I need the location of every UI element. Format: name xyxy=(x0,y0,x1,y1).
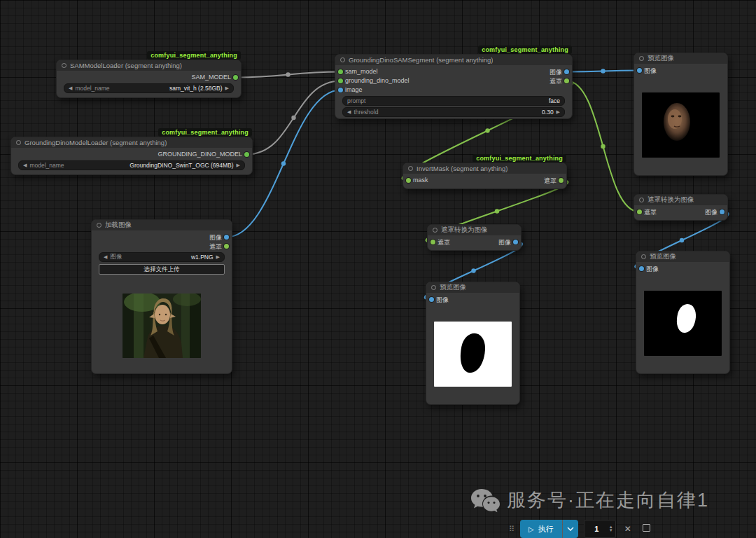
combo-left-arrow-icon[interactable]: ◀ xyxy=(104,253,107,261)
watermark: 服务号·正在走向自律1 xyxy=(470,488,709,513)
slot-row: image xyxy=(335,85,572,95)
image-preview-area xyxy=(426,304,519,404)
watermark-text: 服务号·正在走向自律1 xyxy=(507,488,709,513)
output-port-mask[interactable] xyxy=(559,178,564,183)
node-preview-image-bottom-right[interactable]: 预览图像 图像 xyxy=(636,251,730,374)
node-title: 预览图像 xyxy=(648,54,674,63)
collapse-dot-icon[interactable] xyxy=(97,223,102,228)
widget-label: model_name xyxy=(75,85,109,92)
output-port-sam-model[interactable] xyxy=(233,75,238,80)
combo-right-arrow-icon[interactable]: ▶ xyxy=(216,253,220,261)
node-grounding-dino-loader[interactable]: comfyui_segment_anything GroundingDinoMo… xyxy=(10,137,253,175)
node-header[interactable]: SAMModelLoader (segment anything) xyxy=(57,60,241,71)
model-name-combo[interactable]: ◀ model_name sam_vit_h (2.58GB) ▶ xyxy=(64,83,234,93)
node-title: 遮罩转换为图像 xyxy=(441,226,488,235)
preview-image-mask-black-on-white xyxy=(434,322,512,387)
input-port-image[interactable] xyxy=(637,68,642,73)
link-midpoint-dot xyxy=(485,128,489,132)
output-port-mask[interactable] xyxy=(224,244,229,249)
input-port-image[interactable] xyxy=(639,266,644,271)
upload-file-button[interactable]: 选择文件上传 xyxy=(99,264,225,275)
output-port-image[interactable] xyxy=(224,235,229,240)
stepper-right-arrow-icon[interactable]: ▶ xyxy=(556,108,560,116)
input-port-sam-model[interactable] xyxy=(338,69,343,74)
run-options-chevron-icon[interactable] xyxy=(563,520,578,538)
output-port-image[interactable] xyxy=(564,69,569,74)
clear-queue-button[interactable]: ✕ xyxy=(622,524,634,534)
node-sam-model-loader[interactable]: comfyui_segment_anything SAMModelLoader … xyxy=(56,60,241,98)
collapse-dot-icon[interactable] xyxy=(639,56,644,61)
node-header[interactable]: 遮罩转换为图像 xyxy=(634,195,727,205)
collapse-dot-icon[interactable] xyxy=(431,285,436,290)
collapse-dot-icon[interactable] xyxy=(641,254,646,259)
node-header[interactable]: 加载图像 xyxy=(92,220,232,230)
node-preview-image-top-right[interactable]: 预览图像 图像 xyxy=(634,53,728,176)
collapse-dot-icon[interactable] xyxy=(433,228,438,233)
combo-left-arrow-icon[interactable]: ◀ xyxy=(69,84,72,92)
image-preview-area xyxy=(92,277,232,375)
input-port-mask[interactable] xyxy=(406,178,411,183)
node-mask-to-image-right[interactable]: 遮罩转换为图像 遮罩 图像 xyxy=(634,194,728,221)
node-badge: comfyui_segment_anything xyxy=(472,154,566,163)
batch-count-stepper[interactable]: 1 ▲ ▼ xyxy=(584,520,616,538)
node-preview-image-middle[interactable]: 预览图像 图像 xyxy=(426,282,520,405)
input-port-image[interactable] xyxy=(429,297,434,302)
node-header[interactable]: 预览图像 xyxy=(426,282,519,293)
output-port-image[interactable] xyxy=(720,209,724,214)
node-header[interactable]: GroundingDinoSAMSegment (segment anythin… xyxy=(335,55,572,65)
prompt-text-widget[interactable]: prompt face xyxy=(342,96,565,106)
node-header[interactable]: InvertMask (segment anything) xyxy=(403,163,566,174)
model-name-combo[interactable]: ◀ model_name GroundingDINO_SwinT_OGC (69… xyxy=(18,160,245,170)
collapse-dot-icon[interactable] xyxy=(639,198,644,202)
widget-label: model_name xyxy=(29,162,64,169)
node-title: 预览图像 xyxy=(650,252,676,261)
node-mask-to-image-middle[interactable]: 遮罩转换为图像 遮罩 图像 xyxy=(427,224,522,251)
widget-value: sam_vit_h (2.58GB) xyxy=(169,85,223,92)
run-button[interactable]: ▷ 执行 xyxy=(520,520,562,538)
slot-row: 图像 xyxy=(636,264,729,273)
stepper-down-icon[interactable]: ▼ xyxy=(609,529,613,532)
slot-row: 图像 xyxy=(634,66,727,75)
slot-row: mask 遮罩 xyxy=(403,176,566,185)
slot-row: GROUNDING_DINO_MODEL xyxy=(11,150,252,159)
combo-right-arrow-icon[interactable]: ▶ xyxy=(225,84,229,92)
stop-button[interactable] xyxy=(640,524,653,534)
input-port-mask[interactable] xyxy=(430,240,435,244)
combo-right-arrow-icon[interactable]: ▶ xyxy=(237,161,240,170)
widget-value: w1.PNG xyxy=(191,254,214,261)
toolbar-drag-handle-icon[interactable]: ⠿ xyxy=(509,520,514,538)
combo-left-arrow-icon[interactable]: ◀ xyxy=(23,161,27,170)
output-port-mask[interactable] xyxy=(564,78,569,83)
node-header[interactable]: 预览图像 xyxy=(634,53,727,64)
preview-image-elf xyxy=(122,294,201,358)
image-file-combo[interactable]: ◀ 图像 w1.PNG ▶ xyxy=(99,252,225,262)
node-badge: comfyui_segment_anything xyxy=(478,46,572,54)
stepper-left-arrow-icon[interactable]: ◀ xyxy=(347,108,351,116)
threshold-number-widget[interactable]: ◀ threshold 0.30 ▶ xyxy=(342,107,565,117)
node-graph-canvas[interactable]: comfyui_segment_anything SAMModelLoader … xyxy=(0,0,756,538)
batch-count-value: 1 xyxy=(584,525,609,533)
output-port-grounding-dino-model[interactable] xyxy=(244,152,249,157)
input-label: 遮罩 xyxy=(644,208,657,217)
node-header[interactable]: 预览图像 xyxy=(636,251,729,262)
input-port-image[interactable] xyxy=(338,88,343,92)
node-load-image[interactable]: 加载图像 图像 遮罩 ◀ 图像 w1.PNG ▶ 选择文件上传 xyxy=(91,219,232,374)
node-header[interactable]: 遮罩转换为图像 xyxy=(428,225,521,235)
link-midpoint-dot xyxy=(680,238,684,242)
node-invert-mask[interactable]: comfyui_segment_anything InvertMask (seg… xyxy=(402,163,567,189)
input-port-mask[interactable] xyxy=(637,209,642,214)
node-grounding-dino-sam-segment[interactable]: comfyui_segment_anything GroundingDinoSA… xyxy=(335,54,573,119)
output-label: 遮罩 xyxy=(544,177,556,186)
collapse-dot-icon[interactable] xyxy=(408,166,413,171)
input-port-grounding-dino-model[interactable] xyxy=(338,78,343,83)
node-header[interactable]: GroundingDinoModelLoader (segment anythi… xyxy=(11,137,252,148)
output-port-image[interactable] xyxy=(513,240,518,244)
output-label: 图像 xyxy=(705,208,718,217)
collapse-dot-icon[interactable] xyxy=(16,140,21,145)
widget-label: threshold xyxy=(354,109,378,116)
link-midpoint-dot xyxy=(601,144,605,149)
collapse-dot-icon[interactable] xyxy=(62,63,66,68)
image-preview-area xyxy=(634,75,727,174)
widget-value: 0.30 xyxy=(542,109,554,116)
collapse-dot-icon[interactable] xyxy=(340,57,345,62)
